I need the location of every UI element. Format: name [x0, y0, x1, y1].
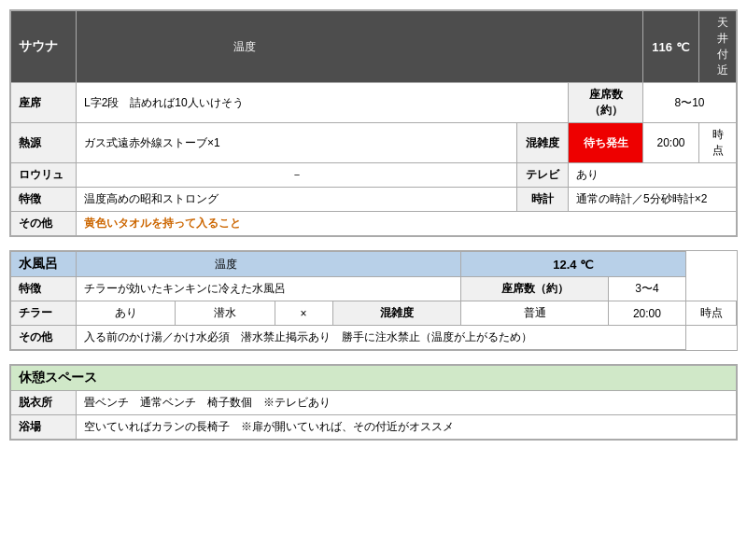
mizu-section: 水風呂 温度 12.4 ℃ 特徴 チラーが効いたキンキンに冷えた水風呂 座席数（… — [9, 250, 738, 351]
sauna-table: サウナ 温度 116 ℃ 天井付近 座席 L字2段 詰めれば10人いけそう 座席… — [10, 10, 737, 236]
netsuen-detail: ガス式遠赤外線ストーブ×1 — [77, 123, 517, 163]
yokujyo-detail: 空いていればカランの長椅子 ※扉が開いていれば、その付近がオススメ — [77, 415, 737, 440]
rouryu-detail: － — [77, 163, 517, 188]
mizu-row-label-chira: チラー — [11, 301, 77, 326]
sauna-header-center: 温度 — [77, 11, 643, 83]
mizu-temp-value: 12.4 ℃ — [461, 252, 686, 277]
table-row: その他 黄色いタオルを持って入ること — [11, 212, 737, 236]
tokucho-detail: 温度高めの昭和ストロング — [77, 188, 517, 212]
sauna-temp-label: 温度 — [233, 40, 256, 53]
terebi-value: あり — [569, 163, 737, 188]
mizu-title: 水風呂 — [11, 252, 77, 277]
zaseki-detail: L字2段 詰めれば10人いけそう — [77, 83, 569, 123]
mizu-zaseki-value: 3〜4 — [608, 277, 685, 301]
table-row: 脱衣所 畳ベンチ 通常ベンチ 椅子数個 ※テレビあり — [11, 391, 737, 415]
tokei-value: 通常の時計／5分砂時計×2 — [569, 188, 737, 212]
sauna-temp-value: 116 ℃ — [643, 11, 699, 83]
mizu-jiten: 時点 — [686, 301, 737, 326]
chira-x: × — [275, 301, 332, 326]
table-row: 特徴 温度高めの昭和ストロング 時計 通常の時計／5分砂時計×2 — [11, 188, 737, 212]
table-row: 座席 L字2段 詰めれば10人いけそう 座席数（約） 8〜10 — [11, 83, 737, 123]
table-row: その他 入る前のかけ湯／かけ水必須 潜水禁止掲示あり 勝手に注水禁止（温度が上が… — [11, 326, 737, 350]
datsuijo-detail: 畳ベンチ 通常ベンチ 椅子数個 ※テレビあり — [77, 391, 737, 415]
mizu-time: 20:00 — [608, 301, 685, 326]
sauna-title: サウナ — [11, 11, 77, 83]
terebi-label: テレビ — [517, 163, 569, 188]
table-row: チラー あり 潜水 × 混雑度 普通 20:00 時点 — [11, 301, 737, 326]
chira-ari: あり — [77, 301, 176, 326]
tokei-label: 時計 — [517, 188, 569, 212]
mizu-tokucho-detail: チラーが効いたキンキンに冷えた水風呂 — [77, 277, 461, 301]
konzatsu-value: 待ち発生 — [569, 123, 643, 163]
mizu-row-label-sonota: その他 — [11, 326, 77, 350]
mizu-konzatsu-label: 混雑度 — [332, 301, 461, 326]
table-row: ロウリュ － テレビ あり — [11, 163, 737, 188]
sonota-detail: 黄色いタオルを持って入ること — [77, 212, 737, 236]
kyukei-row-label-datsuijo: 脱衣所 — [11, 391, 77, 415]
row-label-zaseki: 座席 — [11, 83, 77, 123]
row-label-rouryu: ロウリュ — [11, 163, 77, 188]
kyukei-row-label-yokujyo: 浴場 — [11, 415, 77, 440]
sauna-ceiling: 天井付近 — [699, 11, 737, 83]
row-label-netsuen: 熱源 — [11, 123, 77, 163]
zaseki-count-label: 座席数（約） — [569, 83, 643, 123]
mizu-konzatsu-value: 普通 — [461, 301, 609, 326]
mizu-header-center: 温度 — [77, 252, 461, 277]
zaseki-count-value: 8〜10 — [643, 83, 737, 123]
sauna-section: サウナ 温度 116 ℃ 天井付近 座席 L字2段 詰めれば10人いけそう 座席… — [9, 9, 738, 237]
netsuen-time: 20:00 — [643, 123, 699, 163]
table-row: 浴場 空いていればカランの長椅子 ※扉が開いていれば、その付近がオススメ — [11, 415, 737, 440]
row-label-sonota: その他 — [11, 212, 77, 236]
mizu-zaseki-label: 座席数（約） — [461, 277, 609, 301]
table-row: 特徴 チラーが効いたキンキンに冷えた水風呂 座席数（約） 3〜4 — [11, 277, 737, 301]
mizu-table: 水風呂 温度 12.4 ℃ 特徴 チラーが効いたキンキンに冷えた水風呂 座席数（… — [10, 251, 737, 350]
table-row: 熱源 ガス式遠赤外線ストーブ×1 混雑度 待ち発生 20:00 時点 — [11, 123, 737, 163]
row-label-tokucho: 特徴 — [11, 188, 77, 212]
kyukei-title: 休憩スペース — [11, 366, 737, 391]
mizu-row-label-tokucho: 特徴 — [11, 277, 77, 301]
mizu-sonota-detail: 入る前のかけ湯／かけ水必須 潜水禁止掲示あり 勝手に注水禁止（温度が上がるため） — [77, 326, 686, 350]
kyukei-section: 休憩スペース 脱衣所 畳ベンチ 通常ベンチ 椅子数個 ※テレビあり 浴場 空いて… — [9, 364, 738, 441]
chira-sensui: 潜水 — [176, 301, 275, 326]
mizu-temp-label: 温度 — [215, 258, 237, 271]
mizu-header-row: 水風呂 温度 12.4 ℃ — [11, 252, 737, 277]
netsuen-jiten: 時点 — [699, 123, 737, 163]
sauna-header-row: サウナ 温度 116 ℃ 天井付近 — [11, 11, 737, 83]
kyukei-table: 休憩スペース 脱衣所 畳ベンチ 通常ベンチ 椅子数個 ※テレビあり 浴場 空いて… — [10, 365, 737, 440]
konzatsu-label: 混雑度 — [517, 123, 569, 163]
kyukei-header-row: 休憩スペース — [11, 366, 737, 391]
